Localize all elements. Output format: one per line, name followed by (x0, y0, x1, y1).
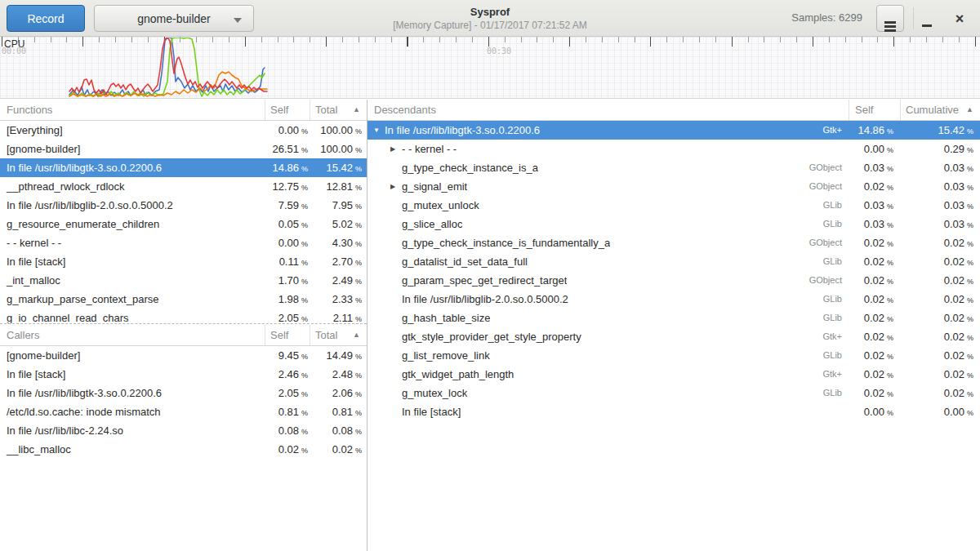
self-value: 0.02% (849, 233, 900, 252)
self-value: 0.02% (849, 384, 900, 402)
self-value: 0.02% (849, 365, 900, 384)
table-row[interactable]: [Everything]0.00%100.00% (0, 121, 367, 140)
table-row[interactable]: g_resource_enumerate_children0.05%5.02% (0, 215, 367, 233)
process-selector-label: gnome-builder (137, 12, 211, 25)
column-header-self[interactable]: Self (849, 100, 900, 120)
cumulative-value: 0.02% (900, 290, 980, 309)
self-value: 14.86% (849, 121, 900, 140)
tree-row[interactable]: ▼In file /usr/lib/libgtk-3.so.0.2200.6Gt… (368, 121, 980, 140)
tree-row[interactable]: g_list_remove_linkGLib0.02%0.02% (368, 346, 980, 365)
library-badge: Gtk+ (814, 121, 849, 140)
column-header-callers[interactable]: Callers (0, 325, 265, 345)
cpu-green-line (69, 38, 265, 96)
tree-row[interactable]: g_mutex_lockGLib0.02%0.02% (368, 384, 980, 402)
table-row[interactable]: __pthread_rwlock_rdlock12.75%12.81% (0, 177, 367, 196)
tree-row[interactable]: g_hash_table_sizeGLib0.02%0.02% (368, 309, 980, 327)
symbol-name: g_resource_enumerate_children (0, 215, 265, 233)
tree-row[interactable]: g_mutex_unlockGLib0.03%0.03% (368, 196, 980, 215)
self-value: 0.00% (265, 233, 310, 252)
symbol-name: g_io_channel_read_chars (0, 309, 265, 324)
self-value: 12.75% (265, 177, 310, 196)
tree-row[interactable]: g_datalist_id_set_data_fullGLib0.02%0.02… (368, 252, 980, 271)
total-value: 2.06% (310, 384, 367, 402)
tree-row[interactable]: ▶g_signal_emitGObject0.02%0.03% (368, 177, 980, 196)
library-badge: GLib (815, 346, 849, 365)
process-selector-dropdown[interactable]: gnome-builder (94, 5, 254, 32)
self-value: 0.02% (265, 440, 310, 459)
cpu-graph[interactable]: CPU 00:00 00:30 (0, 37, 980, 99)
table-row[interactable]: In file /usr/lib/libgtk-3.so.0.2200.62.0… (0, 384, 367, 402)
library-badge: GLib (815, 252, 849, 271)
table-row[interactable]: [gnome-builder]9.45%14.49% (0, 346, 367, 365)
library-badge: GObject (801, 158, 849, 177)
symbol-name: In file [stack] (0, 365, 265, 384)
table-row[interactable]: __libc_malloc0.02%0.02% (0, 440, 367, 459)
tree-row[interactable]: gtk_style_provider_get_style_propertyGtk… (368, 327, 980, 346)
tree-row[interactable]: In file /usr/lib/libglib-2.0.so.0.5000.2… (368, 290, 980, 309)
column-header-descendants[interactable]: Descendants (368, 100, 849, 120)
menu-button[interactable] (876, 5, 904, 32)
column-header-total[interactable]: ▲ Total (310, 100, 367, 120)
library-badge: GLib (815, 290, 849, 309)
sort-ascending-icon: ▲ (353, 325, 360, 345)
samples-count: Samples: 6299 (791, 11, 862, 24)
self-value: 2.46% (265, 365, 310, 384)
symbol-name: In file [stack] (402, 402, 461, 421)
tree-row[interactable]: g_slice_allocGLib0.03%0.03% (368, 215, 980, 233)
tree-row[interactable]: g_type_check_instance_is_fundamentally_a… (368, 233, 980, 252)
column-header-total-label: Total (315, 104, 337, 116)
column-header-self[interactable]: Self (265, 100, 310, 120)
library-badge: GObject (801, 233, 849, 252)
tree-row[interactable]: g_type_check_instance_is_aGObject0.03%0.… (368, 158, 980, 177)
self-value: 0.03% (849, 158, 900, 177)
column-header-functions[interactable]: Functions (0, 100, 265, 120)
table-row[interactable]: In file /usr/lib/libc-2.24.so0.08%0.08% (0, 421, 367, 440)
column-header-cumulative[interactable]: ▲ Cumulative (900, 100, 980, 120)
tree-row[interactable]: In file [stack]0.00%0.00% (368, 402, 980, 421)
expander-open-icon[interactable]: ▼ (373, 121, 385, 140)
column-header-self[interactable]: Self (265, 325, 310, 345)
column-header-cumulative-label: Cumulative (906, 104, 959, 116)
symbol-name: __pthread_rwlock_rdlock (0, 177, 265, 196)
expander-closed-icon[interactable]: ▶ (390, 177, 402, 196)
cumulative-value: 0.29% (900, 140, 980, 158)
table-row[interactable]: /etc/ld.so.cache: inode mismatch0.81%0.8… (0, 402, 367, 421)
record-button[interactable]: Record (7, 5, 85, 32)
self-value: 0.11% (265, 252, 310, 271)
symbol-name: g_mutex_unlock (402, 196, 479, 215)
close-button[interactable]: × (946, 5, 973, 32)
column-header-total[interactable]: ▲ Total (310, 325, 367, 345)
self-value: 7.59% (265, 196, 310, 215)
total-value: 0.08% (310, 421, 367, 440)
table-row[interactable]: In file [stack]0.11%2.70% (0, 252, 367, 271)
tree-row[interactable]: gtk_widget_path_lengthGtk+0.02%0.02% (368, 365, 980, 384)
tree-row[interactable]: g_param_spec_get_redirect_targetGObject0… (368, 271, 980, 290)
table-row[interactable]: In file [stack]2.46%2.48% (0, 365, 367, 384)
table-row[interactable]: In file /usr/lib/libgtk-3.so.0.2200.614.… (0, 158, 367, 177)
self-value: 26.51% (265, 140, 310, 158)
expander-closed-icon[interactable]: ▶ (390, 140, 402, 158)
total-value: 2.49% (310, 271, 367, 290)
total-value: 5.02% (310, 215, 367, 233)
self-value: 0.02% (849, 252, 900, 271)
symbol-name: _int_malloc (0, 271, 265, 290)
symbol-name: g_param_spec_get_redirect_target (402, 271, 567, 290)
self-value: 0.02% (849, 290, 900, 309)
minimize-button[interactable] (916, 5, 938, 32)
table-row[interactable]: - - kernel - -0.00%4.30% (0, 233, 367, 252)
tree-row[interactable]: ▶- - kernel - -0.00%0.29% (368, 140, 980, 158)
cumulative-value: 0.03% (900, 158, 980, 177)
table-row[interactable]: g_markup_parse_context_parse1.98%2.33% (0, 290, 367, 309)
symbol-name: g_markup_parse_context_parse (0, 290, 265, 309)
library-badge: GObject (801, 271, 849, 290)
self-value: 9.45% (265, 346, 310, 365)
cumulative-value: 0.02% (900, 233, 980, 252)
self-value: 2.05% (265, 384, 310, 402)
table-row[interactable]: In file /usr/lib/libglib-2.0.so.0.5000.2… (0, 196, 367, 215)
table-row[interactable]: [gnome-builder]26.51%100.00% (0, 140, 367, 158)
table-row[interactable]: _int_malloc1.70%2.49% (0, 271, 367, 290)
table-row[interactable]: g_io_channel_read_chars2.05%2.11% (0, 309, 367, 324)
headerbar: Record gnome-builder Sysprof [Memory Cap… (0, 0, 980, 37)
self-value: 0.81% (265, 402, 310, 421)
total-value: 2.70% (310, 252, 367, 271)
